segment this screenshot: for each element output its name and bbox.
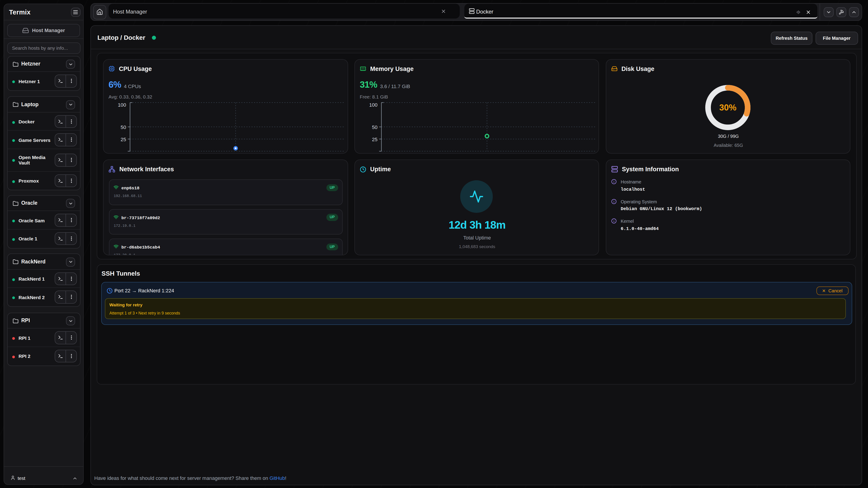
svg-text:100: 100: [118, 102, 126, 107]
svg-text:25: 25: [372, 136, 377, 142]
svg-text:30%: 30%: [719, 103, 737, 112]
svg-text:100: 100: [369, 102, 377, 107]
svg-text:50: 50: [372, 124, 377, 130]
svg-text:50: 50: [121, 124, 126, 130]
svg-text:25: 25: [121, 136, 126, 142]
